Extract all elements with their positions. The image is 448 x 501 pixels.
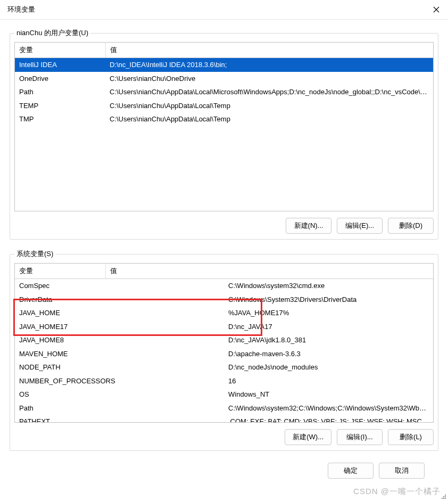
sys-vars-table-header: 变量 值 <box>15 264 433 279</box>
sys-col-name[interactable]: 变量 <box>15 264 105 279</box>
system-variables-group: 系统变量(S) 变量 值 ComSpecC:\Windows\system32\… <box>10 249 438 451</box>
var-name-cell: DriverData <box>15 293 224 307</box>
table-row[interactable]: IntelliJ IDEAD:\nc_IDEA\IntelliJ IDEA 20… <box>15 58 433 72</box>
table-row[interactable]: JAVA_HOME%JAVA_HOME17% <box>15 306 433 320</box>
user-delete-button[interactable]: 删除(D) <box>388 218 434 234</box>
sys-delete-button[interactable]: 删除(L) <box>388 429 434 445</box>
sys-new-button[interactable]: 新建(W)... <box>285 429 331 445</box>
ok-button[interactable]: 确定 <box>328 463 374 479</box>
var-name-cell: MAVEN_HOME <box>15 347 224 361</box>
user-variables-group: nianChu 的用户变量(U) 变量 值 IntelliJ IDEAD:\nc… <box>10 28 438 240</box>
var-name-cell: Path <box>15 85 105 99</box>
table-row[interactable]: ComSpecC:\Windows\system32\cmd.exe <box>15 279 433 293</box>
dialog-buttons: 确定 取消 <box>10 461 438 479</box>
var-name-cell: IntelliJ IDEA <box>15 58 105 72</box>
dialog-content: nianChu 的用户变量(U) 变量 值 IntelliJ IDEAD:\nc… <box>0 20 448 479</box>
var-name-cell: OneDrive <box>15 72 105 86</box>
var-name-cell: TMP <box>15 112 105 126</box>
user-edit-button[interactable]: 编辑(E)... <box>337 218 383 234</box>
var-value-cell: C:\Users\nianChu\OneDrive <box>105 72 433 86</box>
svg-rect-2 <box>445 496 446 497</box>
user-col-value[interactable]: 值 <box>105 43 433 58</box>
table-row[interactable]: OSWindows_NT <box>15 388 433 401</box>
var-value-cell: D:\apache-maven-3.6.3 <box>224 347 433 361</box>
sys-vars-legend: 系统变量(S) <box>14 249 55 259</box>
sys-col-value[interactable]: 值 <box>105 264 433 279</box>
user-vars-buttons: 新建(N)... 编辑(E)... 删除(D) <box>14 218 434 234</box>
table-row[interactable]: NUMBER_OF_PROCESSORS16 <box>15 374 433 388</box>
var-value-cell: C:\Windows\System32\Drivers\DriverData <box>224 293 433 307</box>
svg-rect-0 <box>445 495 446 496</box>
var-value-cell: %JAVA_HOME17% <box>224 306 433 320</box>
close-button[interactable] <box>430 3 443 16</box>
var-value-cell: C:\Windows\system32\cmd.exe <box>224 279 433 293</box>
var-value-cell: 16 <box>224 374 433 388</box>
close-icon <box>433 6 439 13</box>
table-row[interactable]: PathC:\Users\nianChu\AppData\Local\Micro… <box>15 85 433 99</box>
var-name-cell: ComSpec <box>15 279 224 293</box>
svg-rect-3 <box>442 498 443 499</box>
user-vars-table: 变量 值 IntelliJ IDEAD:\nc_IDEA\IntelliJ ID… <box>15 43 433 126</box>
var-value-cell: .COM;.EXE;.BAT;.CMD;.VBS;.VBE;.JS;.JSE;.… <box>224 415 433 423</box>
resize-grip[interactable] <box>439 492 447 500</box>
user-col-name[interactable]: 变量 <box>15 43 105 58</box>
table-row[interactable]: TEMPC:\Users\nianChu\AppData\Local\Temp <box>15 99 433 113</box>
table-row[interactable]: PATHEXT.COM;.EXE;.BAT;.CMD;.VBS;.VBE;.JS… <box>15 415 433 423</box>
var-value-cell: D:\nc_nodeJs\node_modules <box>224 360 433 374</box>
svg-rect-5 <box>445 498 446 499</box>
sys-vars-table-wrap[interactable]: 变量 值 ComSpecC:\Windows\system32\cmd.exeD… <box>14 263 434 423</box>
sys-vars-buttons: 新建(W)... 编辑(I)... 删除(L) <box>14 429 434 445</box>
var-name-cell: JAVA_HOME8 <box>15 333 224 347</box>
dialog-title: 环境变量 <box>7 5 35 14</box>
var-name-cell: Path <box>15 401 224 415</box>
var-name-cell: TEMP <box>15 99 105 113</box>
table-row[interactable]: PathC:\Windows\system32;C:\Windows;C:\Wi… <box>15 401 433 415</box>
titlebar: 环境变量 <box>0 0 448 20</box>
var-value-cell: D:\nc_IDEA\IntelliJ IDEA 2018.3.6\bin; <box>105 58 433 72</box>
svg-rect-4 <box>443 498 444 499</box>
table-row[interactable]: TMPC:\Users\nianChu\AppData\Local\Temp <box>15 112 433 126</box>
svg-rect-1 <box>443 496 444 497</box>
var-name-cell: OS <box>15 388 224 401</box>
sys-edit-button[interactable]: 编辑(I)... <box>337 429 383 445</box>
var-value-cell: C:\Users\nianChu\AppData\Local\Temp <box>105 99 433 113</box>
user-vars-table-wrap[interactable]: 变量 值 IntelliJ IDEAD:\nc_IDEA\IntelliJ ID… <box>14 42 434 211</box>
table-row[interactable]: NODE_PATHD:\nc_nodeJs\node_modules <box>15 360 433 374</box>
var-value-cell: C:\Users\nianChu\AppData\Local\Temp <box>105 112 433 126</box>
cancel-button[interactable]: 取消 <box>379 463 425 479</box>
table-row[interactable]: JAVA_HOME17D:\nc_JAVA17 <box>15 320 433 334</box>
var-name-cell: PATHEXT <box>15 415 224 423</box>
table-row[interactable]: DriverDataC:\Windows\System32\Drivers\Dr… <box>15 293 433 307</box>
var-name-cell: JAVA_HOME <box>15 306 224 320</box>
table-row[interactable]: MAVEN_HOMED:\apache-maven-3.6.3 <box>15 347 433 361</box>
table-row[interactable]: JAVA_HOME8D:\nc_JAVA\jdk1.8.0_381 <box>15 333 433 347</box>
table-row[interactable]: OneDriveC:\Users\nianChu\OneDrive <box>15 72 433 86</box>
sys-vars-table: ComSpecC:\Windows\system32\cmd.exeDriver… <box>15 279 433 423</box>
var-name-cell: NODE_PATH <box>15 360 224 374</box>
user-new-button[interactable]: 新建(N)... <box>286 218 331 234</box>
var-name-cell: NUMBER_OF_PROCESSORS <box>15 374 224 388</box>
var-value-cell: C:\Windows\system32;C:\Windows;C:\Window… <box>224 401 433 415</box>
var-name-cell: JAVA_HOME17 <box>15 320 224 334</box>
user-vars-legend: nianChu 的用户变量(U) <box>14 28 90 38</box>
watermark: CSDN @一嘴一个橘子 <box>353 487 441 497</box>
var-value-cell: D:\nc_JAVA\jdk1.8.0_381 <box>224 333 433 347</box>
var-value-cell: D:\nc_JAVA17 <box>224 320 433 334</box>
sys-vars-scroll[interactable]: ComSpecC:\Windows\system32\cmd.exeDriver… <box>15 279 433 423</box>
var-value-cell: Windows_NT <box>224 388 433 401</box>
var-value-cell: C:\Users\nianChu\AppData\Local\Microsoft… <box>105 85 433 99</box>
